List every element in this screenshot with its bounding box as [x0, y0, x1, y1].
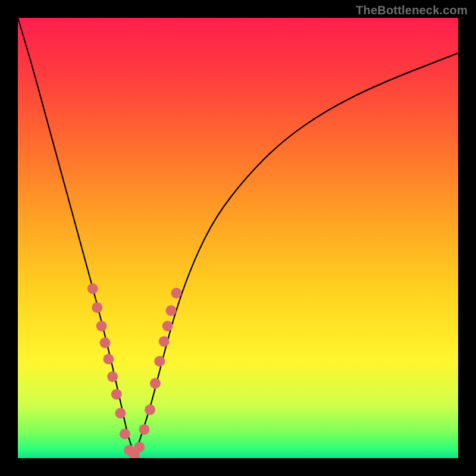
bottleneck-curve [18, 18, 458, 450]
highlight-dot [139, 424, 149, 435]
highlight-dot [159, 336, 170, 347]
highlight-dots [87, 283, 182, 458]
highlight-dot [103, 354, 114, 365]
highlight-dot [154, 356, 165, 367]
highlight-dot [150, 378, 161, 389]
chart-container: TheBottleneck.com [0, 0, 476, 476]
highlight-dot [87, 283, 98, 294]
highlight-dot [120, 428, 130, 439]
watermark-text: TheBottleneck.com [356, 4, 468, 17]
highlight-dot [145, 405, 155, 415]
highlight-dot [166, 305, 177, 316]
highlight-dot [111, 389, 122, 400]
highlight-dot [100, 337, 111, 348]
highlight-dot [162, 321, 173, 331]
curve-svg [18, 18, 458, 458]
plot-area [18, 18, 458, 458]
highlight-dot [92, 302, 102, 313]
highlight-dot [96, 321, 107, 331]
highlight-dot [115, 408, 126, 419]
highlight-dot [171, 288, 181, 299]
highlight-dot [134, 442, 145, 453]
highlight-dot [107, 371, 118, 382]
